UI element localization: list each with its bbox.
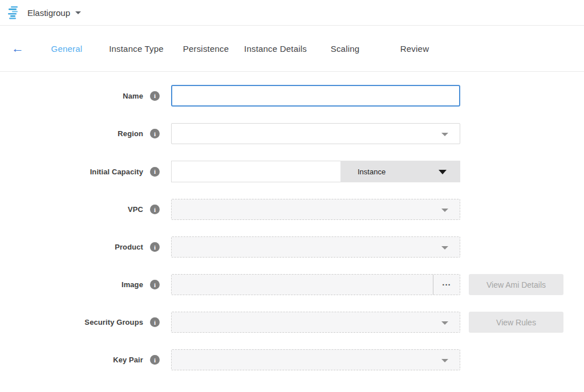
chevron-down-icon	[439, 170, 447, 174]
region-label: Region	[0, 129, 143, 138]
product-select	[171, 236, 460, 258]
capacity-unit-select[interactable]: Instance	[340, 161, 460, 182]
info-icon[interactable]: i	[150, 205, 160, 214]
form-row-security-groups: Security Groups i View Rules	[0, 312, 584, 333]
tabs: General Instance Type Persistence Instan…	[32, 44, 449, 54]
info-icon[interactable]: i	[150, 167, 160, 177]
name-input[interactable]	[171, 85, 460, 107]
form-row-key-pair: Key Pair i	[0, 349, 584, 370]
form-row-image: Image i ... View Ami Details	[0, 274, 584, 295]
image-browse-button[interactable]: ...	[433, 275, 460, 295]
info-icon[interactable]: i	[150, 317, 160, 327]
form-row-region: Region i	[0, 123, 584, 144]
app-header: Elastigroup	[0, 0, 584, 26]
chevron-down-icon	[441, 321, 448, 325]
chevron-down-icon	[441, 133, 448, 136]
vpc-label: VPC	[0, 205, 143, 214]
back-arrow-icon[interactable]: ←	[10, 41, 25, 56]
name-label: Name	[0, 92, 143, 100]
form-row-initial-capacity: Initial Capacity i Instance	[0, 161, 584, 182]
initial-capacity-label: Initial Capacity	[0, 168, 143, 176]
image-picker: ...	[171, 274, 460, 295]
elastigroup-logo-icon	[7, 6, 22, 19]
image-label: Image	[0, 280, 143, 289]
vpc-select	[171, 199, 460, 220]
chevron-down-icon[interactable]	[75, 11, 81, 14]
tab-general[interactable]: General	[32, 44, 102, 54]
tab-instance-details[interactable]: Instance Details	[241, 44, 310, 54]
capacity-unit-value: Instance	[358, 168, 386, 176]
form-row-product: Product i	[0, 236, 584, 258]
app-title[interactable]: Elastigroup	[27, 8, 70, 18]
chevron-down-icon	[441, 359, 448, 362]
info-icon[interactable]: i	[150, 355, 160, 365]
initial-capacity-input[interactable]	[171, 161, 340, 182]
info-icon[interactable]: i	[150, 242, 160, 252]
key-pair-label: Key Pair	[0, 356, 143, 364]
chevron-down-icon	[441, 246, 448, 250]
view-ami-details-button[interactable]: View Ami Details	[469, 274, 563, 295]
image-value	[172, 275, 433, 295]
general-settings-form: Name i Region i Initial Capacity i Insta…	[0, 72, 584, 370]
wizard-tab-bar: ← General Instance Type Persistence Inst…	[0, 26, 584, 72]
tab-scaling[interactable]: Scaling	[310, 44, 380, 54]
view-rules-button[interactable]: View Rules	[469, 312, 563, 333]
chevron-down-icon	[441, 209, 448, 212]
key-pair-select	[171, 349, 460, 370]
info-icon[interactable]: i	[150, 280, 160, 289]
product-label: Product	[0, 243, 143, 251]
form-row-vpc: VPC i	[0, 199, 584, 220]
tab-persistence[interactable]: Persistence	[171, 44, 241, 54]
info-icon[interactable]: i	[150, 91, 160, 101]
form-row-name: Name i	[0, 85, 584, 107]
info-icon[interactable]: i	[150, 129, 160, 138]
security-groups-select	[171, 312, 460, 333]
tab-review[interactable]: Review	[380, 44, 449, 54]
region-select[interactable]	[171, 123, 460, 144]
tab-instance-type[interactable]: Instance Type	[102, 44, 171, 54]
security-groups-label: Security Groups	[0, 318, 143, 326]
